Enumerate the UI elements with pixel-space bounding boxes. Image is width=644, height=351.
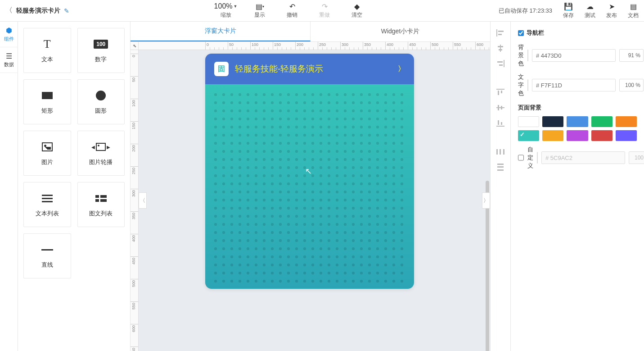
chevron-right-icon[interactable]: 〉 [398, 64, 405, 74]
bgcolor-swatch[interactable] [527, 50, 528, 61]
ruler-tick: 0 [131, 54, 138, 54]
ruler-tick: 450 [408, 42, 408, 50]
textcolor-hex-input[interactable] [532, 79, 616, 91]
svg-rect-16 [498, 120, 499, 125]
page-bg-color-swatch[interactable] [591, 116, 612, 127]
line-icon [41, 249, 53, 251]
ruler-origin[interactable]: ⬉ [131, 42, 139, 50]
palette-carousel[interactable]: ◀▶ 图片轮播 [77, 131, 125, 176]
align-left-icon[interactable] [495, 29, 505, 37]
rect-icon [42, 92, 53, 99]
page-bg-color-swatch[interactable] [542, 116, 563, 127]
align-center-v-icon[interactable] [495, 104, 505, 112]
collapse-left-button[interactable]: 〈 [139, 192, 147, 209]
bgcolor-hex-input[interactable] [532, 49, 616, 62]
nav-data[interactable]: ☰ 数据 [0, 47, 18, 73]
ruler-tick: 100 [131, 99, 138, 99]
distribute-v-icon[interactable] [495, 163, 505, 171]
palette-image[interactable]: 图片 [23, 131, 71, 176]
page-bg-color-swatch[interactable] [616, 116, 637, 127]
palette-number[interactable]: 100 数字 [77, 28, 125, 73]
ruler-tick: 200 [295, 42, 296, 50]
card-logo-icon: 固 [214, 62, 229, 76]
undo-button[interactable]: ↶ 撤销 [282, 2, 302, 19]
top-toolbar: 〈 轻服务演示卡片 ✎ 100%▼ 缩放 ▤▾ 显示 ↶ 撤销 ↷ 重做 ◆ [0, 0, 644, 22]
palette-circle[interactable]: 圆形 [77, 79, 125, 124]
clear-button[interactable]: ◆ 清空 [347, 2, 367, 19]
zoom-control[interactable]: 100%▼ 缩放 [214, 2, 238, 19]
back-icon[interactable]: 〈 [5, 6, 13, 15]
card-body[interactable] [205, 84, 414, 289]
navbar-checkbox[interactable] [518, 30, 524, 36]
display-button[interactable]: ▤▾ 显示 [250, 2, 270, 19]
ruler-tick: 350 [131, 211, 138, 212]
bgcolor-label: 背景色 [518, 43, 524, 68]
page-bg-color-swatch[interactable] [518, 130, 539, 141]
save-button[interactable]: 💾 保存 [563, 2, 574, 19]
doc-button[interactable]: ▤ 文档 [628, 2, 639, 19]
svg-rect-18 [496, 149, 498, 155]
palette-text[interactable]: T 文本 [23, 28, 71, 73]
svg-rect-3 [500, 45, 501, 52]
ruler-vertical[interactable]: 050100150200250300350400450500550600650 [131, 50, 139, 351]
textcolor-opacity-input[interactable] [619, 79, 644, 91]
align-center-h-icon[interactable] [495, 44, 505, 52]
redo-button[interactable]: ↷ 重做 [315, 2, 334, 19]
publish-button[interactable]: ➤ 发布 [606, 2, 617, 19]
page-bg-color-swatch[interactable] [567, 116, 588, 127]
page-bg-color-swatch[interactable] [616, 130, 637, 141]
page-bg-color-swatch[interactable] [567, 130, 588, 141]
align-top-icon[interactable] [495, 88, 505, 96]
page-bg-color-swatch[interactable] [542, 130, 563, 141]
card-title: 轻服务技能-轻服务演示 [235, 63, 392, 75]
stage-wrap: ⬉ 05010015020025030035040045050055060065… [131, 42, 490, 351]
edit-title-icon[interactable]: ✎ [64, 7, 69, 14]
page-bg-color-swatch[interactable] [591, 130, 612, 141]
custom-color-checkbox[interactable] [518, 155, 524, 161]
zoom-label: 缩放 [221, 11, 231, 19]
ruler-tick: 600 [475, 42, 476, 50]
circle-icon [96, 91, 106, 100]
ruler-tick: 100 [250, 42, 251, 50]
preview-card[interactable]: 固 轻服务技能-轻服务演示 〉 [205, 54, 414, 289]
imagelist-icon [95, 195, 107, 202]
svg-rect-4 [498, 46, 503, 47]
tab-floating-card[interactable]: 浮窗大卡片 [131, 22, 311, 41]
svg-rect-8 [499, 64, 503, 66]
page-bg-color-swatch[interactable] [518, 116, 539, 127]
nav-components[interactable]: ⬢ 组件 [0, 22, 18, 47]
align-bottom-icon[interactable] [495, 119, 505, 127]
custom-color-hex-input[interactable] [541, 151, 625, 164]
palette-rect[interactable]: 矩形 [23, 79, 71, 124]
align-right-icon[interactable] [495, 59, 505, 68]
collapse-right-button[interactable]: 〉 [482, 192, 490, 209]
svg-rect-12 [496, 107, 504, 108]
textcolor-swatch[interactable] [527, 79, 528, 91]
number-icon: 100 [94, 40, 108, 49]
ruler-tick: 0 [205, 42, 206, 50]
ruler-tick: 300 [131, 189, 138, 189]
save-icon: 💾 [564, 2, 573, 11]
chevron-down-icon: ▼ [234, 4, 238, 9]
canvas-zone: 浮窗大卡片 Widget小卡片 ⬉ 0501001502002503003504… [131, 22, 490, 351]
ruler-horizontal[interactable]: 050100150200250300350400450500550600650 [139, 42, 490, 50]
distribute-h-icon[interactable] [495, 148, 505, 156]
ruler-tick: 250 [318, 42, 318, 50]
palette-textlist[interactable]: 文本列表 [23, 182, 71, 227]
custom-color-swatch[interactable] [537, 152, 538, 164]
svg-rect-10 [498, 91, 499, 95]
tab-widget-card[interactable]: Widget小卡片 [311, 22, 490, 41]
bgcolor-opacity-input[interactable] [619, 49, 644, 62]
image-icon [42, 142, 53, 151]
svg-rect-20 [503, 149, 504, 155]
ruler-tick: 650 [131, 346, 138, 347]
palette-line[interactable]: 直线 [23, 233, 71, 278]
navbar-checkbox-label: 导航栏 [527, 29, 544, 37]
canvas-stage[interactable]: 〈 固 轻服务技能-轻服务演示 〉 ↖ 〉 [139, 50, 490, 351]
card-navbar[interactable]: 固 轻服务技能-轻服务演示 〉 [205, 54, 414, 84]
palette-imagelist[interactable]: 图文列表 [77, 182, 125, 227]
custom-color-opacity-input[interactable] [629, 151, 644, 164]
ruler-tick: 150 [131, 121, 138, 122]
ruler-tick: 50 [131, 76, 138, 77]
test-button[interactable]: ☁ 测试 [585, 2, 595, 19]
